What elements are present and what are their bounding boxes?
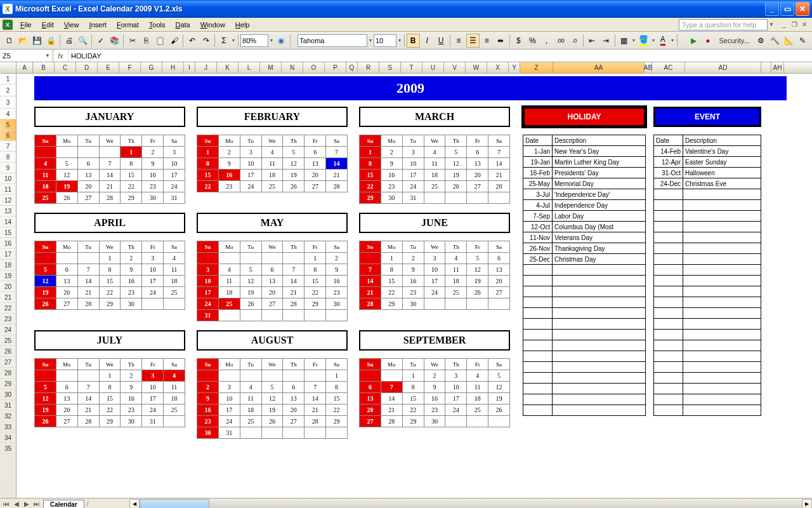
calendar-cell[interactable]: 31: [164, 192, 185, 204]
event-header[interactable]: EVENT: [653, 107, 761, 127]
column-header-D[interactable]: D: [76, 62, 98, 73]
calendar-cell[interactable]: [304, 310, 326, 321]
calendar-cell[interactable]: 12: [283, 158, 304, 170]
column-header-Q[interactable]: Q: [346, 62, 358, 73]
table-row[interactable]: [654, 276, 761, 286]
font-size-select[interactable]: [374, 34, 396, 47]
calendar-cell[interactable]: 9: [326, 264, 348, 276]
menu-view[interactable]: View: [59, 19, 84, 30]
table-row[interactable]: [654, 394, 761, 405]
calendar-cell[interactable]: 9: [218, 158, 240, 170]
calendar-cell[interactable]: 11: [445, 264, 467, 276]
calendar-cell[interactable]: [240, 427, 261, 439]
table-row[interactable]: [654, 330, 761, 340]
calendar-cell[interactable]: 22: [99, 287, 121, 298]
calendar-cell[interactable]: [488, 192, 510, 204]
calendar-cell[interactable]: 12: [488, 382, 510, 393]
calendar-cell[interactable]: 28: [360, 298, 381, 310]
calendar-cell[interactable]: 24: [197, 298, 219, 310]
fill-color-button[interactable]: 🪣: [637, 34, 650, 48]
borders-button[interactable]: ▦: [617, 34, 631, 48]
column-header-AC[interactable]: AC: [652, 62, 685, 73]
column-header-X[interactable]: X: [487, 62, 509, 73]
calendar-cell[interactable]: 7: [360, 264, 381, 276]
table-row[interactable]: 24-DecChristmas Eve: [654, 178, 761, 189]
calendar-cell[interactable]: 12: [261, 393, 283, 404]
table-row[interactable]: 25-DecChristmas Day: [523, 254, 646, 265]
calendar-cell[interactable]: 10: [218, 393, 240, 404]
calendar-cell[interactable]: 7: [77, 264, 99, 276]
calendar-cell[interactable]: 5: [467, 253, 488, 264]
calendar-cell[interactable]: 27: [304, 181, 326, 192]
calendar-cell[interactable]: [35, 253, 56, 264]
calendar-cell[interactable]: 22: [99, 404, 121, 416]
column-header-M[interactable]: M: [260, 62, 282, 73]
calendar-cell[interactable]: [445, 192, 467, 204]
calendar-cell[interactable]: 19: [467, 276, 488, 287]
calendar-cell[interactable]: 2: [424, 370, 445, 382]
table-row[interactable]: [654, 265, 761, 276]
calendar-cell[interactable]: 26: [261, 416, 283, 427]
table-row[interactable]: [523, 319, 646, 330]
calendar-cell[interactable]: [35, 147, 56, 158]
calendar-cell[interactable]: 22: [360, 181, 381, 192]
calendar-cell[interactable]: 27: [283, 416, 304, 427]
column-header-L[interactable]: L: [239, 62, 260, 73]
calendar-cell[interactable]: 24: [445, 404, 467, 416]
row-header-1[interactable]: 1: [0, 74, 16, 84]
menu-format[interactable]: Format: [112, 19, 144, 30]
italic-button[interactable]: I: [421, 34, 434, 48]
row-header-25[interactable]: 25: [0, 335, 16, 346]
calendar-cell[interactable]: 26: [56, 192, 77, 204]
calendar-cell[interactable]: 28: [77, 416, 99, 427]
undo-button[interactable]: ↶: [185, 34, 199, 48]
calendar-cell[interactable]: 19: [35, 287, 56, 298]
table-row[interactable]: [523, 276, 646, 286]
calendar-cell[interactable]: 19: [283, 170, 304, 181]
calendar-cell[interactable]: 27: [56, 416, 77, 427]
calendar-cell[interactable]: 18: [445, 276, 467, 287]
row-header-2[interactable]: 2: [0, 84, 16, 97]
column-header-[interactable]: [761, 62, 771, 73]
calendar-cell[interactable]: 4: [164, 253, 185, 264]
column-header-H[interactable]: H: [162, 62, 184, 73]
calendar-cell[interactable]: 13: [56, 276, 77, 287]
calendar-cell[interactable]: 8: [381, 264, 402, 276]
font-dropdown-icon[interactable]: ▾: [368, 37, 373, 43]
calendar-cell[interactable]: 6: [261, 264, 283, 276]
calendar-cell[interactable]: 29: [99, 416, 121, 427]
calendar-cell[interactable]: [360, 370, 381, 382]
calendar-cell[interactable]: [283, 253, 304, 264]
calendar-cell[interactable]: 16: [381, 170, 402, 181]
column-header-AH[interactable]: AH: [771, 62, 784, 73]
calendar-cell[interactable]: [283, 427, 304, 439]
calendar-cell[interactable]: [445, 416, 467, 427]
worksheet-area[interactable]: 2009 JANUARYSuMoTuWeThFrSa12345678910111…: [16, 74, 812, 498]
calendar-cell[interactable]: 25: [164, 404, 185, 416]
calendar-cell[interactable]: 25: [218, 298, 240, 310]
calendar-cell[interactable]: [164, 416, 185, 427]
calendar-cell[interactable]: [77, 370, 99, 382]
calendar-cell[interactable]: 10: [142, 264, 164, 276]
table-row[interactable]: [523, 384, 646, 394]
calendar-cell[interactable]: 13: [488, 264, 510, 276]
calendar-cell[interactable]: 5: [56, 158, 77, 170]
calendar-cell[interactable]: 5: [261, 382, 283, 393]
table-row[interactable]: [523, 340, 646, 351]
calendar-cell[interactable]: 28: [283, 298, 304, 310]
table-row[interactable]: [654, 384, 761, 394]
calendar-cell[interactable]: 30: [197, 427, 219, 439]
calendar-cell[interactable]: 26: [240, 298, 261, 310]
calendar-cell[interactable]: 19: [261, 404, 283, 416]
calendar-cell[interactable]: 30: [402, 298, 424, 310]
close-button[interactable]: ✕: [796, 2, 809, 16]
column-header-S[interactable]: S: [379, 62, 401, 73]
calendar-cell[interactable]: [326, 310, 348, 321]
row-header-20[interactable]: 20: [0, 281, 16, 292]
copy-button[interactable]: ⎘: [140, 34, 153, 48]
calendar-cell[interactable]: [261, 427, 283, 439]
name-box[interactable]: Z5▼: [0, 50, 53, 62]
calendar-cell[interactable]: 1: [326, 370, 348, 382]
calendar-cell[interactable]: 26: [445, 181, 467, 192]
table-row[interactable]: [654, 232, 761, 243]
